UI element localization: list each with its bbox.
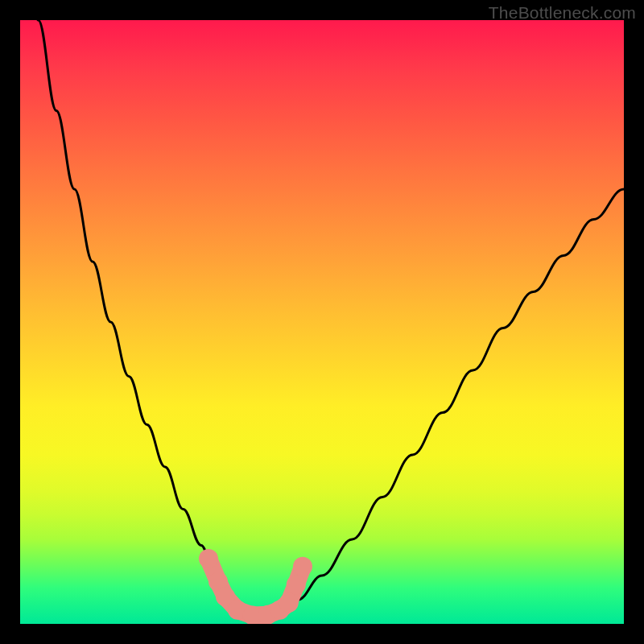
marker-dot: [293, 557, 312, 576]
curve-layer: [20, 20, 624, 624]
watermark-text: TheBottleneck.com: [489, 3, 636, 23]
chart-frame: TheBottleneck.com: [0, 0, 644, 644]
plot-area: [20, 20, 624, 624]
marker-dot: [279, 593, 299, 613]
bottleneck-curve: [20, 20, 624, 615]
highlighted-points: [199, 549, 312, 624]
marker-dot: [287, 575, 306, 594]
marker-dot: [199, 549, 218, 568]
